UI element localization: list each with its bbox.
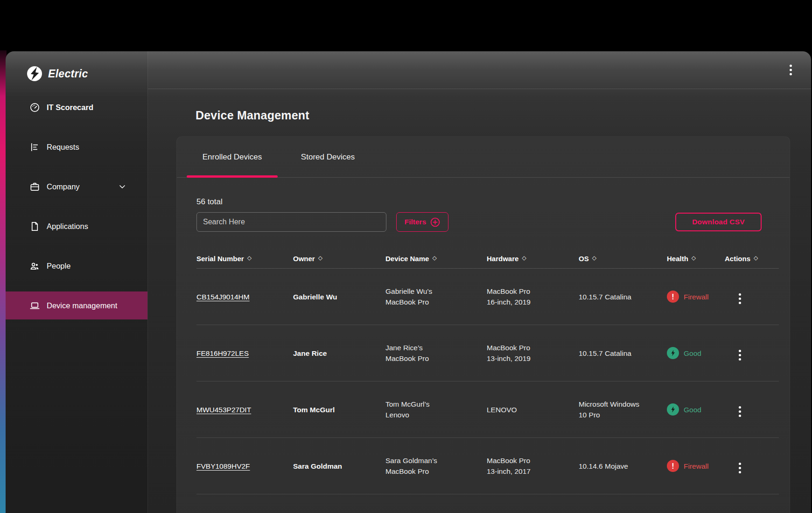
page-title: Device Management <box>196 109 811 122</box>
serial-cell: FVBY1089HV2F <box>196 461 293 471</box>
sidebar-item-label: IT Scorecard <box>47 103 93 112</box>
os-cell: 10.15.7 Catalina <box>579 348 667 359</box>
table-header-row: Serial Number◇Owner◇Device Name◇Hardware… <box>196 249 779 269</box>
sidebar-item-device-management[interactable]: Device management <box>6 291 147 319</box>
os-cell: 10.14.6 Mojave <box>579 461 667 471</box>
column-header-hardware[interactable]: Hardware◇ <box>487 255 579 263</box>
download-csv-button[interactable]: Download CSV <box>675 213 762 231</box>
os-cell: 10.15.7 Catalina <box>579 291 667 302</box>
sort-icon[interactable]: ◇ <box>318 255 322 261</box>
health-cell: Good <box>667 347 725 359</box>
brand: Electric <box>6 51 147 84</box>
sidebar-item-requests[interactable]: Requests <box>6 133 147 161</box>
good-health-icon <box>667 347 679 359</box>
column-header-label: Serial Number <box>196 255 244 263</box>
sort-icon[interactable]: ◇ <box>247 255 252 261</box>
sidebar-item-label: Requests <box>47 143 79 152</box>
brand-name: Electric <box>48 68 88 80</box>
hardware-cell: MacBook Pro13-inch, 2017 <box>487 455 579 477</box>
table-row: FE816H972LESJane RiceJane Rice’sMacBook … <box>196 325 779 381</box>
tab-enrolled-devices[interactable]: Enrolled Devices <box>187 137 278 177</box>
sort-icon[interactable]: ◇ <box>432 255 436 261</box>
card-body: 56 total Filters Download CSV Ser <box>177 197 790 513</box>
sidebar-item-label: People <box>47 262 70 270</box>
devices-table: Serial Number◇Owner◇Device Name◇Hardware… <box>196 249 779 513</box>
tab-stored-devices-label: Stored Devices <box>301 153 355 162</box>
sort-icon[interactable]: ◇ <box>754 255 758 261</box>
column-header-actions[interactable]: Actions◇ <box>725 255 779 263</box>
tab-enrolled-devices-label: Enrolled Devices <box>203 153 262 162</box>
filters-button[interactable]: Filters <box>396 212 448 232</box>
actions-cell <box>725 401 779 419</box>
column-header-label: Hardware <box>487 255 518 263</box>
sidebar-item-label: Applications <box>47 222 88 231</box>
actions-cell <box>725 344 779 362</box>
health-status-label: Good <box>684 348 701 359</box>
hardware-cell: LENOVO <box>487 404 579 415</box>
column-header-label: Actions <box>725 255 750 263</box>
total-count: 56 total <box>196 197 779 207</box>
health-status-label: Firewall <box>684 291 708 302</box>
device-name-cell: Jane Rice’sMacBook Pro <box>385 342 487 364</box>
app-window: Electric IT ScorecardRequestsCompanyAppl… <box>6 51 811 513</box>
hardware-cell: MacBook Pro13-inch, 2019 <box>487 342 579 364</box>
firewall-alert-icon: ! <box>667 460 679 472</box>
tab-stored-devices[interactable]: Stored Devices <box>278 137 378 177</box>
row-actions-kebab-icon[interactable] <box>737 348 743 362</box>
row-actions-kebab-icon[interactable] <box>737 404 743 419</box>
row-actions-kebab-icon[interactable] <box>737 291 743 306</box>
table-row: FVBY1089HV2FSara GoldmanSara Goldman’sMa… <box>196 438 779 494</box>
sidebar-item-company[interactable]: Company <box>6 173 147 201</box>
owner-cell: Tom McGurl <box>293 404 385 415</box>
device-name-cell: Gabrielle Wu’sMacBook Pro <box>385 286 487 307</box>
sidebar-nav: IT ScorecardRequestsCompanyApplicationsP… <box>6 93 147 319</box>
column-header-device-name[interactable]: Device Name◇ <box>385 255 487 263</box>
sort-icon[interactable]: ◇ <box>522 255 526 261</box>
requests-chart-icon <box>29 141 40 153</box>
good-health-icon <box>667 403 679 416</box>
serial-number-link[interactable]: FVBY1089HV2F <box>196 462 250 470</box>
actions-cell <box>725 288 779 306</box>
kebab-menu-icon[interactable] <box>788 63 794 77</box>
os-cell: Microsoft Windows10 Pro <box>579 399 667 420</box>
column-header-health[interactable]: Health◇ <box>667 255 725 263</box>
row-actions-kebab-icon[interactable] <box>737 461 743 475</box>
main-area: Device Management Enrolled Devices Store… <box>148 51 811 513</box>
device-card: Enrolled Devices Stored Devices 56 total… <box>176 136 790 513</box>
owner-cell: Gabrielle Wu <box>293 291 385 302</box>
sidebar-item-it-scorecard[interactable]: IT Scorecard <box>6 93 147 121</box>
serial-number-link[interactable]: CB154J9014HM <box>196 293 250 301</box>
actions-cell <box>725 457 779 475</box>
owner-cell: Sara Goldman <box>293 461 385 471</box>
column-header-os[interactable]: OS◇ <box>579 255 667 263</box>
people-icon <box>29 260 40 271</box>
scorecard-gauge-icon <box>29 102 40 113</box>
sidebar-item-label: Device management <box>47 301 117 310</box>
health-cell: !Firewall <box>667 291 725 303</box>
topbar <box>148 51 811 89</box>
laptop-icon <box>29 300 40 311</box>
serial-cell: CB154J9014HM <box>196 291 293 302</box>
health-status-label: Firewall <box>684 461 708 471</box>
serial-number-link[interactable]: FE816H972LES <box>196 349 249 357</box>
health-cell: !Firewall <box>667 460 725 472</box>
sort-icon[interactable]: ◇ <box>692 255 696 261</box>
chevron-down-icon[interactable] <box>118 182 127 191</box>
sidebar: Electric IT ScorecardRequestsCompanyAppl… <box>6 51 148 513</box>
sidebar-item-label: Company <box>47 182 80 191</box>
column-header-label: Health <box>667 255 688 263</box>
serial-cell: MWU453P27DIT <box>196 404 293 415</box>
table-row: CB154J9014HMGabrielle WuGabrielle Wu’sMa… <box>196 269 779 325</box>
table-row: MWU453P27DITTom McGurlTom McGurl’sLenovo… <box>196 381 779 438</box>
search-input[interactable] <box>196 212 386 232</box>
column-header-owner[interactable]: Owner◇ <box>293 255 385 263</box>
table-row: Hannah Socket’sMacBook ProMacBook Pro <box>196 494 779 513</box>
sidebar-item-applications[interactable]: Applications <box>6 212 147 240</box>
sort-icon[interactable]: ◇ <box>592 255 596 261</box>
serial-number-link[interactable]: MWU453P27DIT <box>196 406 251 414</box>
filters-button-label: Filters <box>405 218 427 226</box>
column-header-serial-number[interactable]: Serial Number◇ <box>196 255 293 263</box>
firewall-alert-icon: ! <box>667 291 679 303</box>
sidebar-item-people[interactable]: People <box>6 252 147 280</box>
column-header-label: Device Name <box>385 255 429 263</box>
